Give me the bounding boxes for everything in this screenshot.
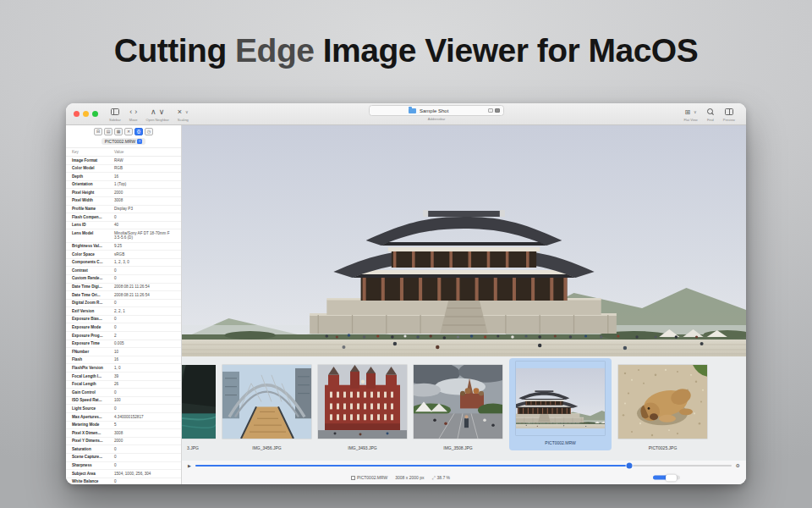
thumbnail-image: [222, 365, 311, 439]
thumbnail-item[interactable]: IMG_3493.JPG: [318, 365, 407, 450]
exif-value: 1, 2, 3, 0: [114, 260, 175, 265]
exif-row[interactable]: Focal Length I...39: [66, 373, 181, 381]
thumbnail-item[interactable]: PICT0025.JPG: [618, 365, 707, 450]
exif-row[interactable]: Image FormatRAW: [66, 157, 181, 165]
tab-preview-icon[interactable]: ▤: [104, 128, 112, 135]
exif-value: 9.25: [114, 244, 175, 249]
tab-history-icon[interactable]: ◷: [145, 128, 153, 135]
exif-value: RGB: [114, 166, 175, 171]
flat-view-label: Flat View: [683, 118, 697, 122]
thumbnail-image: [618, 365, 707, 439]
position-slider[interactable]: [195, 465, 732, 467]
exif-row[interactable]: Sharpness0: [66, 462, 181, 471]
exif-row[interactable]: Orientation1 (Top): [66, 181, 181, 190]
thumbnail-item[interactable]: 3.JPG: [182, 365, 216, 450]
exif-row[interactable]: Light Source0: [66, 405, 181, 413]
exif-row[interactable]: Lens ID40: [66, 222, 181, 230]
move-forward-icon[interactable]: ›: [134, 108, 137, 115]
exif-row[interactable]: Color SpacesRGB: [66, 251, 181, 259]
exif-row[interactable]: ISO Speed Rat...100: [66, 397, 181, 406]
exif-value: RAW: [114, 158, 175, 163]
filmstrip: 3.JPG: [182, 356, 746, 461]
thumbnail-label: IMG_3493.JPG: [348, 445, 376, 450]
exif-row[interactable]: Exposure Mode0: [66, 323, 181, 332]
exif-row[interactable]: Contrast0: [66, 267, 181, 275]
exif-row[interactable]: Saturation0: [66, 445, 181, 454]
exif-row[interactable]: Subject Area1504, 1000, 256, 304: [66, 470, 181, 478]
exif-row[interactable]: Metering Mode5: [66, 422, 181, 430]
current-file-pill[interactable]: PICT0002.MRW ≡: [102, 138, 145, 145]
exif-row[interactable]: Digital Zoom R...0: [66, 300, 181, 308]
exif-row[interactable]: Custom Rende...0: [66, 275, 181, 284]
exif-row[interactable]: Exif Version2, 2, 1: [66, 307, 181, 316]
slider-knob[interactable]: [627, 463, 633, 469]
zoom-slider[interactable]: [653, 476, 680, 480]
key-column-header: Key: [72, 150, 114, 154]
addressbar-badge-light-icon[interactable]: [488, 108, 493, 113]
exif-row[interactable]: Components C...1, 2, 3, 0: [66, 259, 181, 268]
exif-row[interactable]: Flash16: [66, 356, 181, 365]
exif-key: Date Time Digi...: [72, 284, 114, 290]
zoom-slider-knob[interactable]: [666, 474, 677, 481]
neighbor-up-icon[interactable]: ∧: [151, 108, 156, 115]
exif-value: 1, 0: [114, 366, 175, 371]
image-viewer[interactable]: [182, 125, 746, 356]
exif-row[interactable]: Exposure Prog...2: [66, 332, 181, 340]
exif-row[interactable]: White Balance0: [66, 478, 181, 484]
slider-fill: [195, 465, 629, 467]
exif-row[interactable]: Exposure Time0.005: [66, 340, 181, 349]
thumbnail-item[interactable]: IMG_3508.JPG: [414, 365, 502, 450]
preview-button[interactable]: Preview: [719, 103, 739, 124]
thumbnail-item-selected[interactable]: PICT0002.MRW: [509, 358, 612, 450]
play-icon[interactable]: ▶: [188, 463, 191, 468]
exif-row[interactable]: FNumber10: [66, 348, 181, 356]
open-neighbor-label: Open Neighbor: [146, 118, 169, 122]
move-back-icon[interactable]: ‹: [129, 108, 132, 115]
exif-row[interactable]: Pixel Height2000: [66, 189, 181, 197]
neighbor-down-icon[interactable]: ∨: [159, 108, 165, 115]
exif-row[interactable]: Scene Capture...0: [66, 454, 181, 462]
exif-value: 100: [114, 398, 175, 403]
thumbnail-item[interactable]: IMG_3456.JPG: [222, 365, 311, 450]
exif-row[interactable]: FlashPix Version1, 0: [66, 364, 181, 373]
exif-row[interactable]: Color ModelRGB: [66, 165, 181, 174]
exif-value: 2000: [114, 439, 175, 444]
exif-row[interactable]: Profile NameDisplay P3: [66, 206, 181, 214]
find-button[interactable]: Find: [702, 103, 719, 124]
gear-icon[interactable]: ⚙: [736, 463, 740, 469]
addressbar-badge-dark-icon[interactable]: [495, 108, 500, 113]
scaling-button[interactable]: ×∨ Scaling: [173, 103, 193, 124]
addressbar-field[interactable]: Sample Shot: [369, 105, 504, 116]
flat-view-button[interactable]: ⊞∨ Flat View: [679, 103, 701, 124]
tab-exif-icon[interactable]: {}: [134, 128, 143, 135]
exif-row[interactable]: Focal Length26: [66, 381, 181, 389]
sidebar-toggle-label: Sidebar: [109, 118, 121, 122]
move-buttons[interactable]: ‹› Move: [125, 103, 142, 124]
minimize-window-button[interactable]: [83, 111, 89, 117]
tab-histogram-icon[interactable]: ✕: [124, 128, 133, 135]
exif-table-body: Image FormatRAWColor ModelRGBDepth16Orie…: [66, 157, 181, 484]
exif-row[interactable]: Pixel Width3008: [66, 197, 181, 206]
exif-row[interactable]: Exposure Bias...0: [66, 316, 181, 324]
tab-grid-icon[interactable]: ▦: [114, 128, 123, 135]
exif-row[interactable]: Date Time Digi...2008:08:21 11:26:54: [66, 284, 181, 292]
exif-row[interactable]: Flash Compen...0: [66, 213, 181, 222]
tab-files-icon[interactable]: ⊟: [94, 128, 102, 135]
exif-table-header: Key Value: [66, 147, 181, 157]
exif-row[interactable]: Lens ModelMinolta/Sony AF DT 18-70mm F 3…: [66, 229, 181, 242]
exif-row[interactable]: Pixel X Dimen...3008: [66, 429, 181, 438]
exif-row[interactable]: Max Apertures...4.340000152817: [66, 413, 181, 422]
zoom-window-button[interactable]: [92, 111, 98, 117]
exif-key: Focal Length I...: [72, 374, 114, 379]
exif-value: 2000: [114, 190, 175, 196]
exif-row[interactable]: Gain Control0: [66, 389, 181, 397]
open-neighbor-buttons[interactable]: ∧∨ Open Neighbor: [142, 103, 173, 124]
exif-row[interactable]: Brightness Val...9.25: [66, 243, 181, 251]
exif-row[interactable]: Date Time Ori...2008:08:21 11:26:54: [66, 291, 181, 300]
exif-value: 0: [114, 215, 175, 220]
exif-value: 0: [114, 325, 175, 330]
sidebar-toggle-button[interactable]: Sidebar: [105, 103, 125, 124]
close-window-button[interactable]: [74, 111, 80, 117]
exif-row[interactable]: Depth16: [66, 173, 181, 181]
exif-row[interactable]: Pixel Y Dimens...2000: [66, 438, 181, 446]
